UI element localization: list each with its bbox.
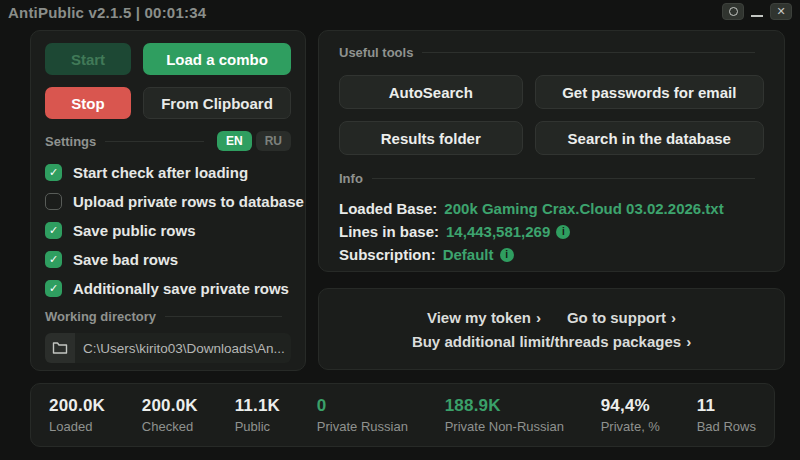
divider (165, 316, 282, 317)
stat-label: Private, % (601, 419, 660, 434)
stat-label: Private Russian (317, 419, 408, 434)
checkbox-label: Upload private rows to database (73, 193, 304, 210)
info-icon[interactable]: i (556, 225, 570, 239)
close-button[interactable]: ✕ (770, 3, 792, 20)
links-row: View my token› Go to support› (427, 309, 676, 326)
useful-tools-header: Useful tools (339, 45, 764, 60)
info-rows: Loaded Base: 200k Gaming Crax.Cloud 03.0… (339, 197, 764, 266)
stat-label: Checked (142, 419, 198, 434)
stat-label: Private Non-Russian (445, 419, 564, 434)
browse-folder-button[interactable] (45, 333, 75, 363)
close-icon: ✕ (776, 6, 785, 17)
go-to-support-link[interactable]: Go to support› (567, 309, 676, 326)
stats-bar: 200.0K Loaded 200.0K Checked 11.1K Publi… (30, 383, 775, 447)
checkbox-box: ✓ (45, 164, 62, 181)
stat-private-percent: 94,4% Private, % (601, 396, 660, 434)
checkbox-save-public-rows[interactable]: ✓ Save public rows (45, 222, 291, 239)
loaded-base-value: 200k Gaming Crax.Cloud 03.02.2026.txt (444, 200, 723, 217)
loaded-base-label: Loaded Base: (339, 200, 437, 217)
start-button[interactable]: Start (45, 43, 131, 75)
autosearch-button[interactable]: AutoSearch (339, 75, 523, 109)
checkbox-save-bad-rows[interactable]: ✓ Save bad rows (45, 251, 291, 268)
lines-in-base-value: 14,443,581,269 (446, 223, 550, 240)
view-token-link[interactable]: View my token› (427, 309, 541, 326)
stat-public: 11.1K Public (235, 396, 280, 434)
checkbox-box: ✓ (45, 222, 62, 239)
chevron-right-icon: › (671, 309, 676, 326)
language-toggle-ru[interactable]: RU (256, 131, 291, 151)
subscription-label: Subscription: (339, 246, 436, 263)
settings-checkbox-list: ✓ Start check after loading ✓ Upload pri… (45, 164, 291, 297)
lines-in-base-row: Lines in base: 14,443,581,269 i (339, 220, 764, 243)
results-folder-button[interactable]: Results folder (339, 121, 523, 155)
checkbox-box: ✓ (45, 193, 62, 210)
tray-button[interactable] (722, 3, 744, 20)
divider (422, 52, 755, 53)
tools-info-panel: Useful tools AutoSearch Get passwords fo… (318, 30, 785, 272)
checkbox-box: ✓ (45, 280, 62, 297)
stat-value: 0 (317, 396, 408, 416)
divider (372, 178, 755, 179)
account-links-panel: View my token› Go to support› Buy additi… (318, 288, 785, 370)
divider (105, 141, 204, 142)
stat-value: 200.0K (49, 396, 105, 416)
stat-value: 11.1K (235, 396, 280, 416)
control-panel: Start Load a combo Stop From Clipboard S… (30, 30, 306, 371)
from-clipboard-button[interactable]: From Clipboard (143, 87, 291, 119)
stop-button[interactable]: Stop (45, 87, 131, 119)
useful-tools-buttons: AutoSearch Get passwords for email Resul… (339, 75, 764, 155)
checkbox-start-check-after-loading[interactable]: ✓ Start check after loading (45, 164, 291, 181)
working-directory-label: Working directory (45, 309, 156, 324)
lines-in-base-label: Lines in base: (339, 223, 439, 240)
links-row: Buy additional limit/threads packages› (412, 333, 691, 350)
stat-value: 94,4% (601, 396, 660, 416)
stat-value: 188.9K (445, 396, 564, 416)
subscription-value: Default (443, 246, 494, 263)
settings-label: Settings (45, 134, 96, 149)
checkbox-label: Save public rows (73, 222, 196, 239)
subscription-row: Subscription: Default i (339, 243, 764, 266)
window-controls: ✕ (722, 3, 792, 20)
checkbox-label: Additionally save private rows (73, 280, 289, 297)
info-header: Info (339, 171, 764, 186)
app-title: AntiPublic v2.1.5 | 00:01:34 (8, 4, 206, 21)
load-combo-button[interactable]: Load a combo (143, 43, 291, 75)
useful-tools-label: Useful tools (339, 45, 413, 60)
go-to-support-label: Go to support (567, 309, 666, 326)
checkbox-additionally-save-private-rows[interactable]: ✓ Additionally save private rows (45, 280, 291, 297)
chevron-right-icon: › (536, 309, 541, 326)
stat-loaded: 200.0K Loaded (49, 396, 105, 434)
info-icon[interactable]: i (500, 248, 514, 262)
stat-label: Bad Rows (697, 419, 756, 434)
search-database-button[interactable]: Search in the database (535, 121, 764, 155)
check-icon: ✓ (49, 254, 58, 265)
stat-checked: 200.0K Checked (142, 396, 198, 434)
stat-value: 200.0K (142, 396, 198, 416)
working-directory-path[interactable]: C:\Users\kirito03\Downloads\An... (75, 333, 291, 363)
check-icon: ✓ (49, 283, 58, 294)
buy-packages-link[interactable]: Buy additional limit/threads packages› (412, 333, 691, 350)
loaded-base-row: Loaded Base: 200k Gaming Crax.Cloud 03.0… (339, 197, 764, 220)
stat-label: Public (235, 419, 280, 434)
circle-icon (729, 7, 738, 16)
language-toggle-en[interactable]: EN (217, 131, 252, 151)
working-directory-header: Working directory (45, 309, 291, 324)
action-buttons: Start Load a combo Stop From Clipboard (45, 43, 291, 119)
stat-value: 11 (697, 396, 756, 416)
checkbox-label: Save bad rows (73, 251, 178, 268)
get-passwords-button[interactable]: Get passwords for email (535, 75, 764, 109)
checkbox-label: Start check after loading (73, 164, 248, 181)
stat-private-non-russian: 188.9K Private Non-Russian (445, 396, 564, 434)
buy-packages-label: Buy additional limit/threads packages (412, 333, 681, 350)
check-icon: ✓ (49, 225, 58, 236)
folder-icon (52, 341, 68, 355)
minimize-button[interactable] (751, 15, 763, 17)
working-directory-field: C:\Users\kirito03\Downloads\An... (45, 333, 291, 363)
check-icon: ✓ (49, 167, 58, 178)
stat-label: Loaded (49, 419, 105, 434)
view-token-label: View my token (427, 309, 531, 326)
settings-header: Settings EN RU (45, 131, 291, 151)
checkbox-upload-private-rows[interactable]: ✓ Upload private rows to database (45, 193, 291, 210)
stat-bad-rows: 11 Bad Rows (697, 396, 756, 434)
stat-private-russian: 0 Private Russian (317, 396, 408, 434)
